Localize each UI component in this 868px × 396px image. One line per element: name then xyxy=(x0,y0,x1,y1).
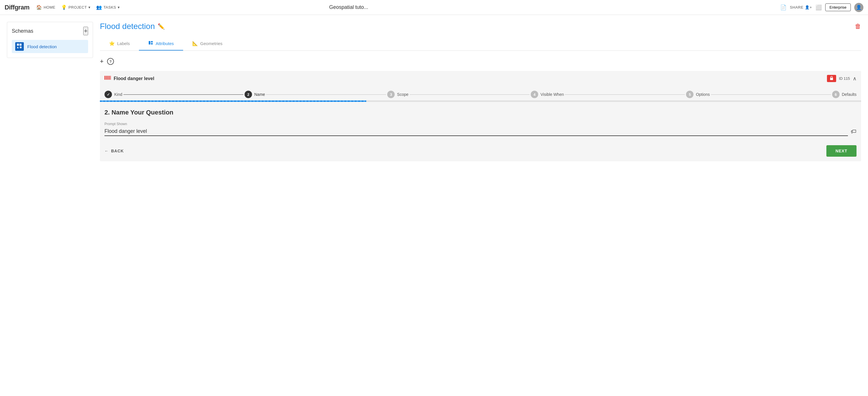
step-connector-5 xyxy=(711,94,831,95)
svg-rect-6 xyxy=(151,41,153,42)
project-title: Geospatial tuto... xyxy=(329,4,368,10)
step-name[interactable]: 2 Name xyxy=(245,91,265,98)
stepper: ✓ Kind 2 Name 3 Scope 4 xyxy=(100,86,861,100)
nav-tasks[interactable]: 👥 TASKS ▾ xyxy=(96,5,120,10)
edit-icon[interactable]: ✏️ xyxy=(158,23,165,30)
main-layout: Schemas + Flood detection xyxy=(0,15,868,396)
share-label: SHARE xyxy=(790,5,803,9)
form-title: 2. Name Your Question xyxy=(104,109,857,116)
project-chevron-icon: ▾ xyxy=(88,5,91,9)
svg-point-3 xyxy=(20,46,22,48)
tab-labels[interactable]: ⭐ Labels xyxy=(100,37,139,51)
svg-rect-5 xyxy=(149,41,150,44)
attribute-card-header: Flood danger level ID 115 ∧ xyxy=(100,71,861,86)
step-kind-label: Kind xyxy=(114,92,122,97)
attr-card-right: ID 115 ∧ xyxy=(827,75,857,82)
svg-rect-12 xyxy=(110,76,111,80)
tasks-icon: 👥 xyxy=(96,5,102,10)
attr-lock-badge[interactable] xyxy=(827,75,836,82)
nav-project[interactable]: 💡 PROJECT ▾ xyxy=(61,5,90,10)
help-icon[interactable]: ? xyxy=(107,58,114,65)
main-content: Flood detection ✏️ 🗑 ⭐ Labels Attribut xyxy=(100,22,861,389)
step-options-circle: 5 xyxy=(686,91,693,98)
logo-text: Diffgram xyxy=(5,4,29,11)
notifications-icon[interactable]: 📄 xyxy=(780,4,786,11)
step-kind-circle: ✓ xyxy=(104,91,112,98)
schema-icon-shapes xyxy=(17,43,22,50)
step-defaults[interactable]: 6 Defaults xyxy=(832,91,857,98)
step-visible-when[interactable]: 4 Visible When xyxy=(531,91,564,98)
tasks-chevron-icon: ▾ xyxy=(118,5,120,9)
step-scope[interactable]: 3 Scope xyxy=(387,91,408,98)
schema-item-label: Flood detection xyxy=(27,44,57,49)
back-label: BACK xyxy=(111,148,124,153)
share-button[interactable]: SHARE 👤+ xyxy=(790,5,812,9)
step-name-circle: 2 xyxy=(245,91,252,98)
content-header: Flood detection ✏️ 🗑 xyxy=(100,22,861,31)
back-button[interactable]: ← BACK xyxy=(104,148,124,153)
enterprise-button[interactable]: Enterprise xyxy=(825,3,851,11)
attributes-icon xyxy=(148,40,153,46)
project-icon: 💡 xyxy=(61,5,67,10)
layout-icon[interactable]: ⬜ xyxy=(815,4,822,11)
step-kind[interactable]: ✓ Kind xyxy=(104,91,122,98)
tabs: ⭐ Labels Attributes 📐 Geometries xyxy=(100,37,861,51)
back-arrow-icon: ← xyxy=(104,148,109,153)
svg-rect-7 xyxy=(151,43,153,44)
logo[interactable]: Diffgram xyxy=(5,4,29,11)
nav-home[interactable]: 🏠 HOME xyxy=(36,5,55,10)
project-label: PROJECT xyxy=(68,5,87,9)
add-schema-button[interactable]: + xyxy=(83,27,88,35)
top-nav: Diffgram 🏠 HOME 💡 PROJECT ▾ 👥 TASKS ▾ Ge… xyxy=(0,0,868,15)
step-visible-when-circle: 4 xyxy=(531,91,538,98)
tab-labels-label: Labels xyxy=(117,41,130,46)
nav-items: 🏠 HOME 💡 PROJECT ▾ 👥 TASKS ▾ xyxy=(36,5,120,10)
attr-id-text: ID 115 xyxy=(839,76,850,80)
step-options-label: Options xyxy=(696,92,710,97)
svg-rect-9 xyxy=(106,76,107,80)
form-section: 2. Name Your Question Prompt Shown 🏷 xyxy=(100,102,861,141)
step-scope-circle: 3 xyxy=(387,91,395,98)
form-actions: ← BACK NEXT xyxy=(100,141,861,161)
tag-icon[interactable]: 🏷 xyxy=(851,128,857,135)
schema-name-title: Flood detection xyxy=(100,22,155,31)
svg-rect-1 xyxy=(20,44,22,45)
content-title: Flood detection ✏️ xyxy=(100,22,165,31)
step-connector-2 xyxy=(266,94,386,95)
svg-marker-2 xyxy=(17,46,19,48)
next-button[interactable]: NEXT xyxy=(826,145,857,157)
step-scope-label: Scope xyxy=(397,92,408,97)
attr-actions: + ? xyxy=(100,58,861,65)
collapse-icon[interactable]: ∧ xyxy=(853,75,857,82)
step-connector-4 xyxy=(565,94,685,95)
step-options[interactable]: 5 Options xyxy=(686,91,710,98)
sidebar-title: Schemas xyxy=(12,28,33,34)
svg-rect-11 xyxy=(109,76,110,80)
step-connector-3 xyxy=(410,94,530,95)
schema-item-flood-detection[interactable]: Flood detection xyxy=(12,40,88,53)
prompt-input[interactable] xyxy=(104,127,848,136)
nav-right: 📄 SHARE 👤+ ⬜ Enterprise 👤 xyxy=(780,3,863,12)
prompt-label: Prompt Shown xyxy=(104,122,857,126)
tab-attributes-label: Attributes xyxy=(156,41,174,46)
svg-rect-0 xyxy=(17,44,19,45)
attr-type-icon xyxy=(104,75,111,82)
home-label: HOME xyxy=(43,5,55,9)
tasks-label: TASKS xyxy=(104,5,116,9)
tab-geometries[interactable]: 📐 Geometries xyxy=(183,37,232,51)
home-icon: 🏠 xyxy=(36,5,42,10)
step-name-label: Name xyxy=(254,92,265,97)
sidebar-header: Schemas + xyxy=(12,27,88,35)
tab-attributes[interactable]: Attributes xyxy=(139,37,183,51)
step-defaults-label: Defaults xyxy=(842,92,857,97)
svg-rect-10 xyxy=(107,76,108,80)
labels-star-icon: ⭐ xyxy=(109,41,115,46)
attr-card-left: Flood danger level xyxy=(104,75,154,82)
schema-icon xyxy=(15,42,24,51)
svg-rect-13 xyxy=(830,78,833,80)
tab-geometries-label: Geometries xyxy=(200,41,223,46)
add-attribute-button[interactable]: + xyxy=(100,58,104,65)
step-connector-1 xyxy=(123,94,243,95)
avatar[interactable]: 👤 xyxy=(854,3,863,12)
delete-icon[interactable]: 🗑 xyxy=(855,23,861,30)
